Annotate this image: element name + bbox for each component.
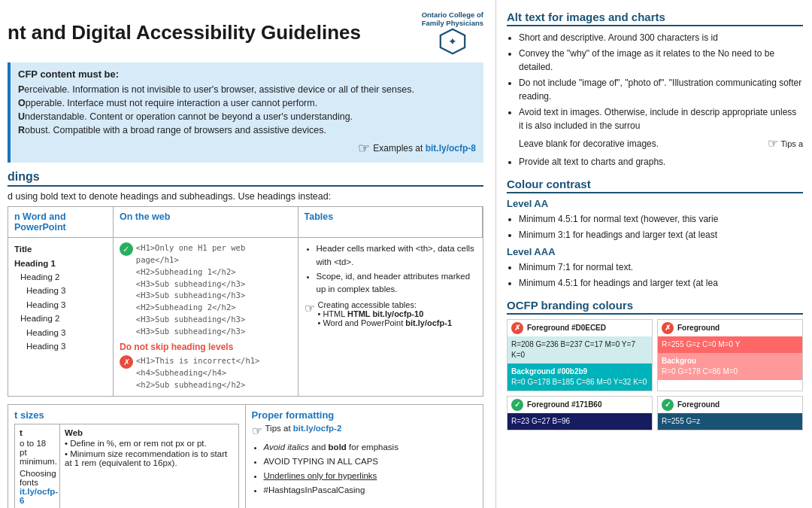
wh-h2-a: Heading 2 bbox=[14, 270, 107, 284]
creating-text: Creating accessible tables: • HTML HTML … bbox=[318, 300, 453, 327]
do-not-skip: Do not skip heading levels bbox=[120, 342, 292, 352]
wh-h1: Heading 1 bbox=[14, 257, 107, 270]
alt-text-title: Alt text for images and charts bbox=[507, 11, 803, 26]
hg-word-header: n Word and PowerPoint bbox=[8, 207, 114, 238]
tables-bullet-list: Header cells marked with <th>, data cell… bbox=[304, 242, 477, 296]
swatch-2-fg: R=255 G=z C=0 M=0 Y bbox=[658, 336, 802, 353]
proper-bullet-list: Avoid italics and bold for emphasis AVOI… bbox=[252, 441, 477, 497]
alt-bullet-6: Provide alt text to charts and graphs. bbox=[519, 155, 803, 169]
swatch-2-bg: Backgrou R=0 G=178 C=86 M=0 bbox=[658, 353, 802, 380]
table-bullet-1: Header cells marked with <th>, data cell… bbox=[317, 242, 477, 269]
btc-proper-formatting: Proper formatting ☞ Tips at bit.ly/ocfp-… bbox=[246, 405, 483, 508]
font-web-col: Web • Define in %, em or rem not px or p… bbox=[60, 424, 238, 508]
examples-link[interactable]: bit.ly/ocfp-8 bbox=[426, 143, 476, 154]
svg-text:✦: ✦ bbox=[448, 35, 457, 47]
ocfp-logo-svg: ✦ bbox=[439, 28, 466, 55]
headings-grid: n Word and PowerPoint On the web Tables … bbox=[8, 206, 483, 396]
font-print-col: t o to 18 pt minimum. Choosing fonts it.… bbox=[15, 424, 60, 508]
alt-bullet-1: Short and descriptive. Around 300 charac… bbox=[519, 31, 803, 44]
ocfp-logo: Ontario College ofFamily Physicians ✦ bbox=[422, 11, 483, 55]
headings-section-title: dings bbox=[8, 170, 483, 187]
html-link[interactable]: HTML bit.ly/ocfp-10 bbox=[347, 309, 423, 318]
font-link[interactable]: it.ly/ocfp-6 bbox=[20, 487, 58, 505]
swatch-3-fg: R=23 G=27 B=96 bbox=[508, 413, 652, 430]
pour-p4: Robust. Compatible with a broad range of… bbox=[18, 123, 476, 137]
level-aaa-title: Level AAA bbox=[507, 246, 803, 257]
hg-web-content: ✓ <H1>Only one H1 per web page</h1> <H2>… bbox=[114, 238, 298, 395]
swatch-4-label: Foreground bbox=[677, 400, 720, 410]
swatch-4-badge: ✓ bbox=[662, 399, 674, 411]
correct-badge: ✓ bbox=[120, 242, 133, 256]
font-web-text2: • Minimum size recommendation is to star… bbox=[65, 449, 234, 467]
pour-box-title: CFP content must be: bbox=[18, 68, 476, 80]
web-incorrect-code: <H1>This is incorrect</h1> <h4>Subheadin… bbox=[136, 355, 259, 391]
hand-icon: ☞ bbox=[358, 140, 370, 157]
font-print-text: o to 18 pt minimum. bbox=[20, 439, 55, 466]
alt-text-section: Alt text for images and charts Short and… bbox=[507, 11, 803, 169]
ocfp-logo-text: Ontario College ofFamily Physicians bbox=[422, 11, 483, 28]
swatch-2: ✗ Foreground R=255 G=z C=0 M=0 Y Backgro… bbox=[657, 319, 803, 391]
headings-subtitle: d using bold text to denote headings and… bbox=[8, 191, 483, 202]
font-web-header: Web bbox=[65, 428, 234, 437]
swatch-3-label: Foreground #171B60 bbox=[527, 400, 601, 410]
wh-h3-a: Heading 3 bbox=[14, 284, 107, 297]
branding-grid: ✗ Foreground #D0ECED R=208 G=236 B=237 C… bbox=[507, 319, 803, 430]
proper-hand-icon: ☞ bbox=[252, 424, 262, 438]
wh-title: Title bbox=[14, 242, 107, 256]
swatch-3-header: ✓ Foreground #171B60 bbox=[508, 397, 652, 413]
wh-h3-b: Heading 3 bbox=[14, 298, 107, 312]
swatch-1-label: Foreground #D0ECED bbox=[527, 323, 606, 333]
level-aa-title: Level AA bbox=[507, 198, 803, 209]
aa-bullet-1: Minimum 4.5:1 for normal text (however, … bbox=[519, 212, 803, 226]
pour-box: CFP content must be: Perceivable. Inform… bbox=[8, 62, 483, 163]
aaa-bullet-1: Minimum 7:1 for normal text. bbox=[519, 260, 803, 274]
alt-bullet-5: Leave blank for decorative images. ☞ Tip… bbox=[519, 135, 803, 153]
alt-bullet-4: Avoid text in images. Otherwise, include… bbox=[519, 105, 803, 132]
swatch-4-fg: R=255 G=z bbox=[658, 413, 802, 430]
page-title: nt and Digital Accessibility Guidelines bbox=[8, 21, 413, 44]
hg-web-header: On the web bbox=[114, 207, 298, 238]
level-aa-bullets: Minimum 4.5:1 for normal text (however, … bbox=[507, 212, 803, 242]
wh-h3-c: Heading 3 bbox=[14, 326, 107, 339]
alt-hand-icon: ☞ bbox=[768, 135, 778, 153]
word-col-label: n Word and PowerPoint bbox=[14, 211, 66, 233]
proper-formatting-title: Proper formatting bbox=[252, 409, 477, 421]
alt-bullet-3: Do not include "image of", "photo of". "… bbox=[519, 76, 803, 103]
web-correct-code: <H1>Only one H1 per web page</h1> <H2>Su… bbox=[136, 242, 292, 337]
page-container: nt and Digital Accessibility Guidelines … bbox=[0, 0, 812, 508]
creating-hand-icon: ☞ bbox=[304, 301, 315, 315]
swatch-1-header: ✗ Foreground #D0ECED bbox=[508, 320, 652, 336]
alt-text-bullets: Short and descriptive. Around 300 charac… bbox=[507, 31, 803, 169]
swatch-2-header: ✗ Foreground bbox=[658, 320, 802, 336]
examples-label: Examples at bbox=[373, 143, 423, 154]
alt-bullet-2: Convey the "why" of the image as it rela… bbox=[519, 47, 803, 74]
proper-bullet-1: Avoid italics and bold for emphasis bbox=[264, 441, 477, 454]
branding-title: OCFP branding colours bbox=[507, 299, 803, 315]
proper-bullet-2: AVOID TYPING IN ALL CAPS bbox=[264, 455, 477, 468]
word-link[interactable]: bit.ly/ocfp-1 bbox=[405, 318, 452, 327]
bottom-two-col: t sizes t o to 18 pt minimum. Choosing f… bbox=[8, 404, 483, 508]
colour-contrast-title: Colour contrast bbox=[507, 178, 803, 193]
btc-font-sizes: t sizes t o to 18 pt minimum. Choosing f… bbox=[8, 405, 246, 508]
proper-tips-link[interactable]: bit.ly/ocfp-2 bbox=[293, 424, 342, 433]
left-panel: nt and Digital Accessibility Guidelines … bbox=[0, 0, 496, 508]
swatch-3: ✓ Foreground #171B60 R=23 G=27 B=96 bbox=[507, 396, 653, 430]
wh-h2-b: Heading 2 bbox=[14, 312, 107, 325]
page-header: nt and Digital Accessibility Guidelines … bbox=[8, 11, 483, 55]
right-panel: Alt text for images and charts Short and… bbox=[496, 0, 812, 508]
aaa-bullet-2: Minimum 4.5:1 for headings and larger te… bbox=[519, 276, 803, 290]
branding-section: OCFP branding colours ✗ Foreground #D0EC… bbox=[507, 299, 803, 430]
proper-bullet-3: Underlines only for hyperlinks bbox=[264, 470, 477, 482]
swatch-3-badge: ✓ bbox=[511, 399, 523, 411]
swatch-1-fg: R=208 G=236 B=237 C=17 M=0 Y=7 K=0 bbox=[508, 336, 652, 364]
table-bullet-2: Scope, id, and header attributes marked … bbox=[317, 270, 477, 297]
hg-tables-content: Header cells marked with <th>, data cell… bbox=[298, 238, 483, 395]
pour-p1: Perceivable. Information is not invisibl… bbox=[18, 83, 476, 96]
swatch-1: ✗ Foreground #D0ECED R=208 G=236 B=237 C… bbox=[507, 319, 653, 391]
pour-p3: Understandable. Content or operation can… bbox=[18, 110, 476, 123]
wh-h3-d: Heading 3 bbox=[14, 339, 107, 353]
swatch-1-badge: ✗ bbox=[511, 322, 523, 334]
proper-bullet-4: #HashtagsInPascalCasing bbox=[264, 484, 477, 497]
pour-p2: Opperable. Interface must not require in… bbox=[18, 96, 476, 110]
incorrect-badge: ✗ bbox=[120, 355, 133, 369]
